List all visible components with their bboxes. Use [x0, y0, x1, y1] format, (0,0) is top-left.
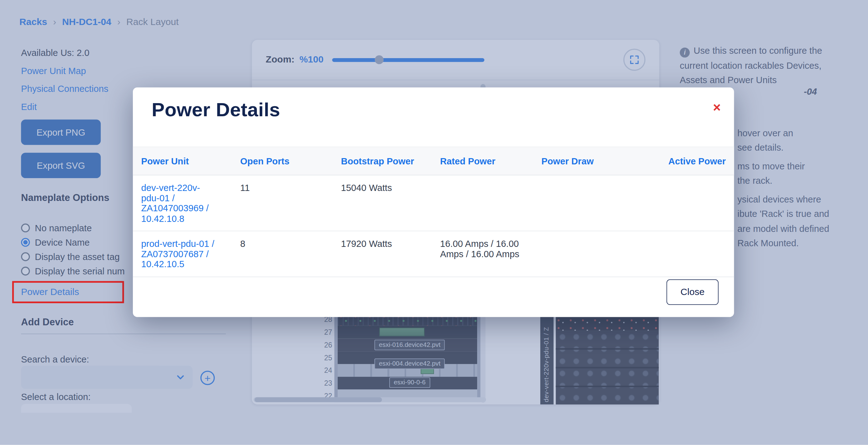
modal-title: Power Details	[152, 98, 280, 121]
power-unit-link[interactable]: prod-vert-pdu-01 / ZA0737007687 / 10.42.…	[141, 239, 224, 269]
power-details-modal: Power Details × Power Unit Open Ports Bo…	[133, 88, 734, 317]
active-power-cell	[642, 183, 726, 223]
close-icon[interactable]: ×	[713, 101, 721, 114]
power-draw-cell	[541, 239, 642, 269]
column-header-bootstrap-power: Bootstrap Power	[341, 156, 440, 166]
close-button[interactable]: Close	[666, 279, 718, 305]
column-header-active-power: Active Power	[642, 156, 726, 166]
table-header-row: Power Unit Open Ports Bootstrap Power Ra…	[133, 147, 734, 175]
table-row: dev-vert-220v-pdu-01 / ZA1047003969 / 10…	[133, 175, 734, 231]
table-row: prod-vert-pdu-01 / ZA0737007687 / 10.42.…	[133, 231, 734, 277]
rated-power-cell: 16.00 Amps / 16.00 Amps / 16.00 Amps	[440, 239, 531, 269]
open-ports-cell: 11	[240, 183, 341, 223]
column-header-power-unit: Power Unit	[141, 156, 240, 166]
column-header-open-ports: Open Ports	[240, 156, 341, 166]
power-unit-link[interactable]: dev-vert-220v-pdu-01 / ZA1047003969 / 10…	[141, 183, 224, 223]
bootstrap-power-cell: 17920 Watts	[341, 239, 440, 269]
open-ports-cell: 8	[240, 239, 341, 269]
bootstrap-power-cell: 15040 Watts	[341, 183, 440, 223]
power-units-table: Power Unit Open Ports Bootstrap Power Ra…	[133, 147, 734, 277]
rated-power-cell	[440, 183, 531, 223]
column-header-power-draw: Power Draw	[541, 156, 642, 166]
highlight-box	[12, 281, 124, 303]
power-draw-cell	[541, 183, 642, 223]
active-power-cell	[642, 239, 726, 269]
column-header-rated-power: Rated Power	[440, 156, 541, 166]
